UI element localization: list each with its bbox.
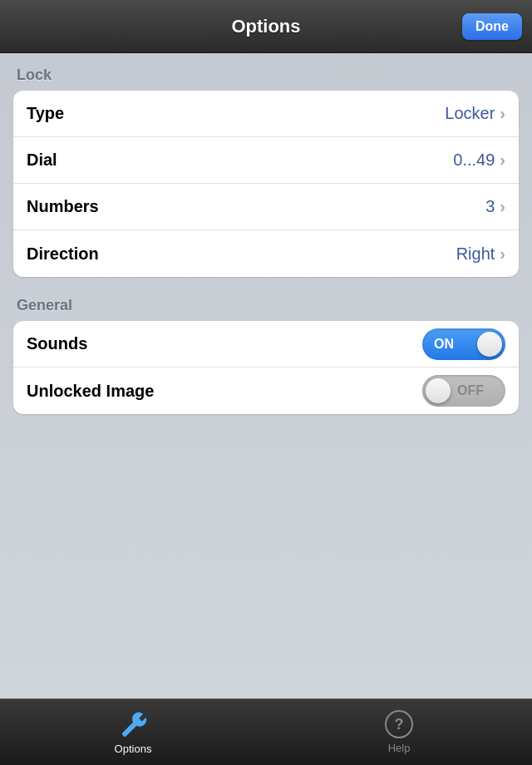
lock-section-header: Lock xyxy=(13,67,519,84)
type-value-container: Locker › xyxy=(445,104,505,123)
type-label: Type xyxy=(27,104,64,123)
tab-help-label: Help xyxy=(388,742,411,754)
numbers-value-container: 3 › xyxy=(485,197,505,216)
tab-options[interactable]: Options xyxy=(0,699,266,765)
lock-settings-group: Type Locker › Dial 0...49 › Numbers 3 › … xyxy=(13,91,519,277)
unlocked-image-label: Unlocked Image xyxy=(27,382,154,401)
dial-chevron-icon: › xyxy=(500,151,505,170)
tab-help[interactable]: ? Help xyxy=(266,699,532,765)
dial-value: 0...49 xyxy=(453,151,495,170)
type-row[interactable]: Type Locker › xyxy=(13,91,519,137)
direction-row[interactable]: Direction Right › xyxy=(13,230,519,277)
unlocked-image-toggle[interactable]: OFF xyxy=(422,375,505,407)
dial-value-container: 0...49 › xyxy=(453,151,505,170)
page-title: Options xyxy=(231,16,300,37)
sounds-toggle[interactable]: ON xyxy=(422,328,505,360)
numbers-row[interactable]: Numbers 3 › xyxy=(13,184,519,230)
numbers-value: 3 xyxy=(485,197,495,216)
wrench-icon xyxy=(118,709,148,739)
direction-value: Right xyxy=(456,244,495,264)
general-settings-group: Sounds ON Unlocked Image OFF xyxy=(13,321,519,414)
unlocked-image-row: Unlocked Image OFF xyxy=(13,368,519,414)
help-icon: ? xyxy=(385,710,413,738)
header: Options Done xyxy=(0,0,532,53)
direction-value-container: Right › xyxy=(456,244,505,264)
dial-label: Dial xyxy=(27,151,57,170)
tab-options-label: Options xyxy=(115,743,152,755)
direction-label: Direction xyxy=(27,244,99,264)
direction-chevron-icon: › xyxy=(500,244,505,264)
sounds-toggle-label: ON xyxy=(434,337,454,352)
numbers-label: Numbers xyxy=(27,197,99,216)
general-section-label: General xyxy=(17,297,519,314)
type-value: Locker xyxy=(445,104,495,123)
content-area: Lock Type Locker › Dial 0...49 › Numbers… xyxy=(0,53,532,698)
dial-row[interactable]: Dial 0...49 › xyxy=(13,137,519,184)
unlocked-image-toggle-label: OFF xyxy=(457,383,484,398)
type-chevron-icon: › xyxy=(500,104,505,123)
sounds-row: Sounds ON xyxy=(13,321,519,368)
lock-section-label: Lock xyxy=(17,67,519,84)
sounds-label: Sounds xyxy=(27,334,87,353)
unlocked-image-toggle-thumb xyxy=(426,378,451,403)
tab-bar: Options ? Help xyxy=(0,698,532,765)
sounds-toggle-thumb xyxy=(477,332,502,357)
general-section-header: General xyxy=(13,297,519,314)
numbers-chevron-icon: › xyxy=(500,197,505,216)
done-button[interactable]: Done xyxy=(462,13,522,40)
